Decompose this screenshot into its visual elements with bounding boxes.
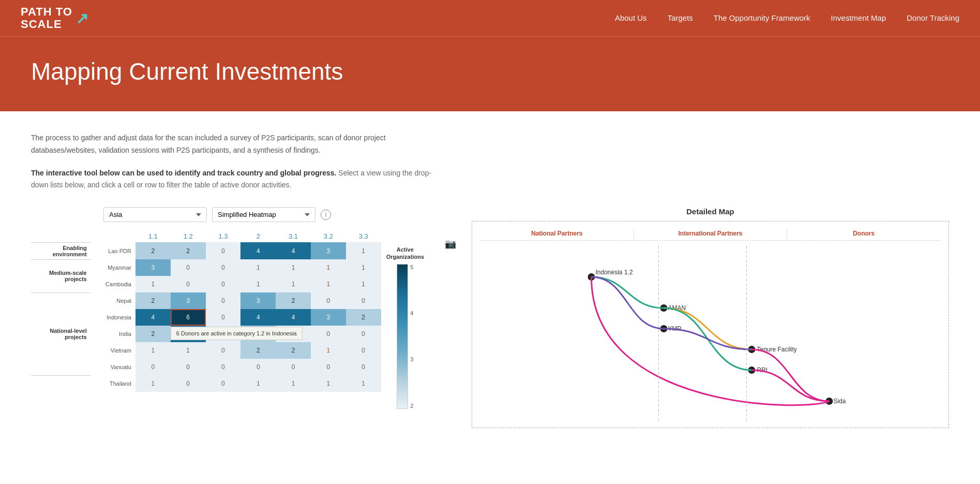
cell[interactable]: 1 [346,375,381,392]
description-para2: The interactive tool below can be used t… [31,167,434,192]
cell[interactable]: 2 [276,292,311,309]
cell[interactable]: 1 [276,276,311,292]
cell[interactable]: 1 [346,259,381,276]
col-header-3-3: 3.3 [346,230,381,242]
col-header-3-2: 3.2 [311,230,346,242]
nav-targets[interactable]: Targets [668,13,693,22]
cell[interactable]: 1 [311,276,346,292]
cell[interactable]: 0 [276,359,311,375]
cell[interactable]: 0 [346,292,381,309]
group-label-medium: Medium-scaleprojects [31,259,91,292]
cell[interactable]: 4 [240,309,276,326]
cell[interactable]: 0 [206,309,241,326]
nav-donor-tracking[interactable]: Donor Tracking [907,13,959,22]
cell[interactable]: 4 [135,309,171,326]
cell[interactable]: 0 [206,259,241,276]
cell[interactable]: 0 [311,292,346,309]
cell[interactable]: 0 [171,276,206,292]
col-header-1-2: 1.2 [171,230,206,242]
table-row[interactable]: National-levelprojects Nepal 2 3 0 3 2 0… [31,292,381,309]
cell[interactable]: 0 [171,359,206,375]
logo-arrow-icon: ↗ [76,9,88,27]
cell[interactable]: 1 [276,259,311,276]
cell[interactable]: 1 [240,276,276,292]
cell[interactable]: 1 [135,375,171,392]
cell[interactable]: 1 [135,276,171,292]
cell[interactable]: 4 [276,309,311,326]
cell-indonesia-1-2[interactable]: 6 6 Donors are active in category 1.2 in… [171,309,206,326]
cell[interactable]: 0 [206,242,241,259]
cell[interactable]: 2 [171,242,206,259]
col-header-1-3: 1.3 [206,230,241,242]
cell[interactable]: 2 [276,342,311,359]
cell[interactable]: 2 [240,342,276,359]
nav-menu: About Us Targets The Opportunity Framewo… [615,13,959,23]
col-header-1-1: 1.1 [135,230,171,242]
col-header-2: 2 [240,230,276,242]
sida-label: Sida [834,398,846,405]
scale-labels: 5 4 3 2 [410,264,413,409]
cell[interactable]: 0 [135,359,171,375]
country-cambodia: Cambodia [91,276,135,292]
cell[interactable]: 0 [206,292,241,309]
group-label-extra [31,375,91,392]
table-row[interactable]: Enablingenvironment Lao PDR 2 2 0 4 4 3 … [31,242,381,259]
cell[interactable]: 0 [171,375,206,392]
line-ymp [592,277,664,329]
cell[interactable]: 4 [240,242,276,259]
cell[interactable]: 0 [206,342,241,359]
group-label-national: National-levelprojects [31,292,91,375]
detailed-map-panel: Detailed Map National Partners Internati… [472,207,949,428]
country-thailand: Thailand [91,375,135,392]
logo-text: PATH TOSCALE [21,6,72,31]
col-header-3-1: 3.1 [276,230,311,242]
cell[interactable]: 0 [346,326,381,342]
cell[interactable]: 2 [135,242,171,259]
cell[interactable]: 1 [346,242,381,259]
cell[interactable]: 1 [276,375,311,392]
cell[interactable]: 1 [346,276,381,292]
country-nepal: Nepal [91,292,135,309]
cell[interactable]: 0 [346,342,381,359]
cell[interactable]: 1 [311,342,346,359]
view-select[interactable]: Simplified Heatmap Detailed Map Data Tab… [212,207,315,222]
cell[interactable]: 4 [276,242,311,259]
cell[interactable]: 2 [135,326,171,342]
table-row[interactable]: Thailand 1 0 0 1 1 1 1 [31,375,381,392]
cell[interactable]: 3 [240,292,276,309]
cell[interactable]: 3 [311,242,346,259]
region-select[interactable]: Asia Africa Latin America Global [103,207,207,222]
tenure-label: Tenure Facility [757,346,797,353]
cell[interactable]: 3 [311,309,346,326]
cell[interactable]: 0 [346,359,381,375]
cell[interactable]: 1 [135,342,171,359]
cell[interactable]: 2 [346,309,381,326]
cell[interactable]: 1 [311,375,346,392]
cell[interactable]: 3 [135,259,171,276]
nav-investment-map[interactable]: Investment Map [831,13,886,22]
cell[interactable]: 0 [171,259,206,276]
cell[interactable]: 1 [171,342,206,359]
cell[interactable]: 0 [206,359,241,375]
cell[interactable]: 3 [171,292,206,309]
cell[interactable]: 0 [206,276,241,292]
logo[interactable]: PATH TOSCALE ↗ [21,6,88,31]
cell[interactable]: 0 [240,359,276,375]
scale-value-5: 5 [410,264,413,270]
info-icon[interactable]: i [321,210,331,220]
camera-icon[interactable]: 📷 [445,238,456,250]
color-scale [397,264,408,409]
cell[interactable]: 0 [311,359,346,375]
cell[interactable]: 2 [135,292,171,309]
page-title: Mapping Current Investments [31,57,949,85]
cell[interactable]: 1 [311,259,346,276]
table-row[interactable]: Medium-scaleprojects Myanmar 3 0 0 1 1 1… [31,259,381,276]
cell[interactable]: 1 [240,259,276,276]
nav-opportunity-framework[interactable]: The Opportunity Framework [714,13,810,22]
cell[interactable]: 0 [206,375,241,392]
entry-label: Indonesia 1.2 [596,269,633,276]
hero-banner: Mapping Current Investments [0,36,980,111]
cell[interactable]: 0 [311,326,346,342]
cell[interactable]: 1 [240,375,276,392]
nav-about-us[interactable]: About Us [615,13,647,22]
